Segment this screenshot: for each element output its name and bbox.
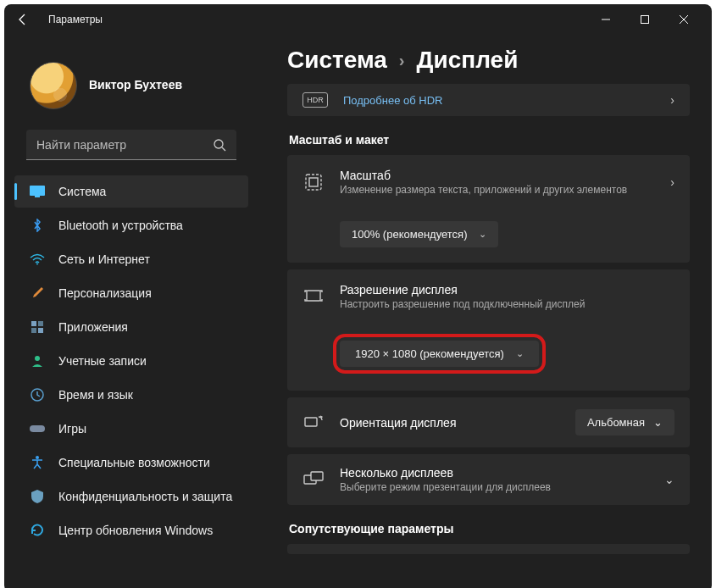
sidebar-item-0[interactable]: Система [14,175,248,208]
user-info: Виктор Бухтеев [89,78,182,93]
search-icon [213,138,226,152]
svg-rect-13 [306,175,321,190]
resolution-desc: Настроить разрешение под подключенный ди… [340,298,674,310]
chevron-down-icon: ⌄ [664,473,674,486]
multi-display-icon [302,469,325,491]
svg-rect-8 [38,328,43,333]
games-icon [30,421,45,436]
sidebar-item-7[interactable]: Игры [14,413,248,445]
svg-point-9 [35,356,40,361]
resolution-dropdown[interactable]: 1920 × 1080 (рекомендуется) ⌄ [340,341,539,367]
orientation-card[interactable]: Ориентация дисплея Альбомная ⌄ [287,397,690,447]
svg-point-12 [36,456,39,459]
sidebar-item-label: Система [58,185,106,198]
orientation-dropdown[interactable]: Альбомная ⌄ [575,409,674,435]
resolution-icon [302,286,325,308]
svg-rect-11 [30,425,45,432]
back-button[interactable] [13,9,33,30]
clock-icon [30,387,45,402]
sidebar-item-label: Bluetooth и устройства [58,219,183,232]
hdr-icon: HDR [302,92,328,108]
svg-rect-6 [38,321,43,326]
svg-rect-16 [305,418,317,426]
minimize-button[interactable] [586,6,625,33]
settings-window: Параметры Виктор Бухтеев [4,4,712,588]
search-box[interactable] [26,130,236,160]
chevron-down-icon: ⌄ [516,348,524,359]
user-name: Виктор Бухтеев [89,78,182,92]
sidebar-item-label: Конфиденциальность и защита [58,490,232,503]
svg-rect-3 [35,196,40,197]
orientation-icon [302,412,325,434]
content: Виктор Бухтеев СистемаBluetooth и устрой… [4,35,712,588]
shield-icon [30,489,45,504]
breadcrumb-system[interactable]: Система [287,47,387,74]
sidebar-item-10[interactable]: Центр обновления Windows [14,514,248,546]
multi-display-card[interactable]: Несколько дисплеев Выберите режим презен… [287,454,690,505]
display-icon [30,184,45,199]
sidebar-item-label: Приложения [58,320,128,334]
multi-title: Несколько дисплеев [340,466,649,480]
sidebar-item-label: Сеть и Интернет [58,252,150,266]
sidebar-item-1[interactable]: Bluetooth и устройства [14,209,248,241]
window-title: Параметры [48,14,103,25]
resolution-title: Разрешение дисплея [340,283,674,297]
main-panel: Система › Дисплей HDR Подробнее об HDR ›… [258,35,712,588]
sidebar: Виктор Бухтеев СистемаBluetooth и устрой… [4,35,258,588]
resolution-card: Разрешение дисплея Настроить разрешение … [287,269,690,391]
section-scale-label: Масштаб и макет [289,133,690,147]
close-button[interactable] [664,6,703,33]
scale-dropdown[interactable]: 100% (рекомендуется) ⌄ [340,221,498,247]
scale-desc: Изменение размера текста, приложений и д… [340,184,655,196]
resolution-value: 1920 × 1080 (рекомендуется) [355,347,504,360]
svg-rect-14 [309,178,318,186]
account-icon [30,353,45,369]
related-card-stub[interactable] [287,544,690,554]
accessibility-icon [30,455,45,470]
multi-desc: Выберите режим презентации для дисплеев [340,481,649,493]
user-block[interactable]: Виктор Бухтеев [11,45,252,121]
sidebar-item-5[interactable]: Учетные записи [14,345,248,377]
sidebar-item-3[interactable]: Персонализация [14,277,248,309]
window-controls [586,6,703,33]
nav-list: СистемаBluetooth и устройстваСеть и Инте… [11,175,252,546]
sidebar-item-label: Специальные возможности [58,456,210,469]
scale-title: Масштаб [340,169,655,182]
svg-rect-0 [641,16,649,24]
section-related-label: Сопутствующие параметры [289,522,690,535]
svg-rect-18 [311,472,323,480]
sidebar-item-6[interactable]: Время и язык [14,379,248,411]
svg-rect-15 [307,291,320,301]
sidebar-item-label: Игры [58,422,86,435]
apps-icon [30,319,45,335]
hdr-link[interactable]: Подробнее об HDR [343,94,655,107]
orientation-value: Альбомная [587,416,645,429]
sidebar-item-label: Персонализация [58,286,152,300]
search-input[interactable] [36,138,213,152]
orientation-title: Ориентация дисплея [340,416,560,430]
hdr-card[interactable]: HDR Подробнее об HDR › [287,84,690,116]
breadcrumb-display: Дисплей [417,47,519,74]
bluetooth-icon [30,218,45,233]
sidebar-item-label: Центр обновления Windows [58,524,213,537]
svg-rect-5 [31,321,36,326]
sidebar-item-8[interactable]: Специальные возможности [14,447,248,479]
chevron-down-icon: ⌄ [653,416,663,429]
chevron-down-icon: ⌄ [479,229,486,240]
titlebar: Параметры [4,4,712,35]
svg-rect-2 [30,186,45,196]
svg-point-4 [36,263,38,265]
scale-icon [302,171,325,193]
brush-icon [30,286,45,301]
sidebar-item-9[interactable]: Конфиденциальность и защита [14,480,248,513]
svg-point-1 [214,140,223,148]
sidebar-item-4[interactable]: Приложения [14,311,248,343]
svg-rect-7 [31,328,36,333]
update-icon [30,523,45,538]
sidebar-item-2[interactable]: Сеть и Интернет [14,243,248,275]
chevron-right-icon: › [670,93,674,107]
breadcrumb: Система › Дисплей [287,47,690,74]
maximize-button[interactable] [625,6,664,33]
sidebar-item-label: Учетные записи [58,354,147,368]
scale-card[interactable]: Масштаб Изменение размера текста, прилож… [287,155,690,263]
